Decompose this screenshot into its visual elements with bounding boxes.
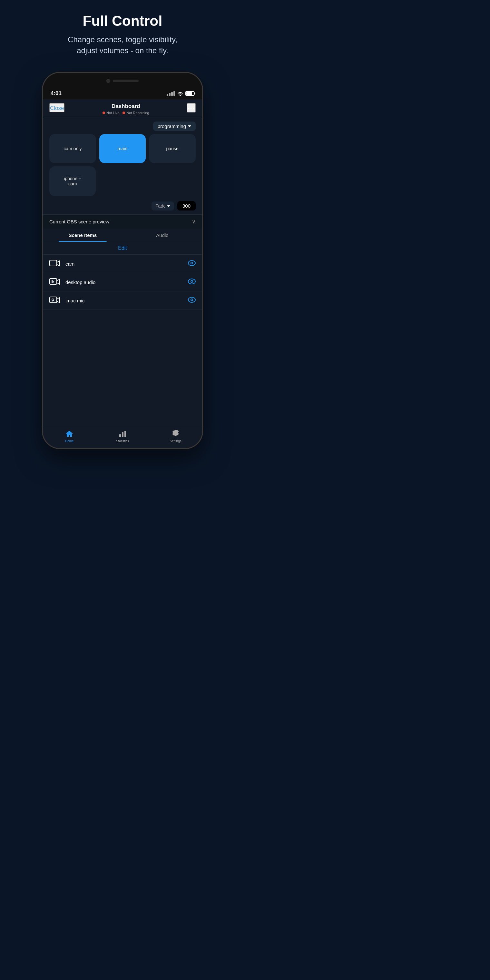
svg-rect-17 xyxy=(119,434,121,437)
edit-row: Edit xyxy=(43,242,202,255)
profile-name: programming xyxy=(158,124,186,129)
tab-audio[interactable]: Audio xyxy=(123,229,202,242)
close-button[interactable]: Close xyxy=(49,103,64,112)
speaker xyxy=(113,80,138,82)
svg-point-3 xyxy=(191,262,192,264)
gear-icon xyxy=(172,430,180,438)
scene-grid-row2: iphone +cam xyxy=(43,166,202,199)
transition-type: Fade xyxy=(155,204,166,208)
status-icons xyxy=(167,91,194,96)
cam-visibility-toggle[interactable] xyxy=(188,260,196,267)
home-icon xyxy=(65,430,73,438)
page-header: Full Control Change scenes, toggle visib… xyxy=(0,0,245,65)
side-button xyxy=(202,157,203,176)
scene-item-imac-mic: imac mic xyxy=(43,291,202,310)
svg-rect-11 xyxy=(49,297,57,303)
preview-section[interactable]: Current OBS scene preview ∨ xyxy=(43,215,202,229)
svg-rect-0 xyxy=(49,260,57,266)
wifi-icon xyxy=(177,91,183,96)
not-recording-status: Not Recording xyxy=(123,111,149,115)
edit-button[interactable]: Edit xyxy=(118,245,127,251)
bottom-tab-bar: Home Statistics Settings xyxy=(43,427,202,448)
statistics-tab-label: Statistics xyxy=(116,439,129,443)
status-time: 4:01 xyxy=(51,90,62,97)
scene-btn-cam-only[interactable]: cam only xyxy=(49,134,96,163)
app-content: Close Dashboard Not Live Not Recording xyxy=(43,99,202,436)
status-bar: 4:01 xyxy=(43,89,202,99)
tabs-row: Scene Items Audio xyxy=(43,229,202,242)
more-button[interactable]: ··· xyxy=(187,103,196,113)
home-tab-label: Home xyxy=(65,439,74,443)
svg-rect-18 xyxy=(122,432,124,437)
phone-frame: 4:01 Close Dashboard xyxy=(42,72,203,449)
bottom-tab-settings[interactable]: Settings xyxy=(149,430,202,443)
not-recording-label: Not Recording xyxy=(126,111,149,115)
svg-point-12 xyxy=(52,299,54,301)
page-title: Full Control xyxy=(19,13,226,29)
battery-icon xyxy=(185,91,194,96)
svg-point-10 xyxy=(191,281,192,282)
preview-label: Current OBS scene preview xyxy=(49,219,109,224)
scene-grid-row1: cam only main pause xyxy=(43,134,202,166)
not-live-label: Not Live xyxy=(107,111,119,115)
settings-tab-label: Settings xyxy=(170,439,181,443)
phone-notch xyxy=(43,73,202,89)
transition-dropdown[interactable]: Fade xyxy=(151,202,174,210)
scene-item-cam: cam xyxy=(43,255,202,273)
bottom-tab-home[interactable]: Home xyxy=(43,430,96,443)
not-recording-dot xyxy=(123,111,125,114)
desktop-audio-visibility-toggle[interactable] xyxy=(188,278,196,286)
bottom-tab-statistics[interactable]: Statistics xyxy=(96,430,149,443)
profile-dropdown[interactable]: programming xyxy=(153,121,196,131)
scene-item-desktop-audio: desktop audio xyxy=(43,273,202,291)
imac-mic-visibility-toggle[interactable] xyxy=(188,297,196,304)
transition-arrow-icon xyxy=(167,205,170,207)
not-live-dot xyxy=(102,111,105,114)
page-container: Full Control Change scenes, toggle visib… xyxy=(0,0,245,449)
transition-bar: Fade 300 xyxy=(43,199,202,215)
scene-btn-main[interactable]: main xyxy=(99,134,146,163)
scene-items-list: cam xyxy=(43,255,202,310)
nav-center: Dashboard Not Live Not Recording xyxy=(102,103,149,115)
dropdown-arrow-icon xyxy=(188,126,191,127)
desktop-audio-label: desktop audio xyxy=(65,280,188,285)
not-live-status: Not Live xyxy=(102,111,119,115)
chevron-down-icon: ∨ xyxy=(192,219,196,225)
chart-icon xyxy=(118,430,127,438)
svg-rect-19 xyxy=(124,431,126,437)
nav-status: Not Live Not Recording xyxy=(102,111,149,115)
cam-icon xyxy=(49,259,61,268)
page-subtitle: Change scenes, toggle visibility,adjust … xyxy=(19,34,226,56)
desktop-audio-icon xyxy=(49,278,61,286)
tab-scene-items[interactable]: Scene Items xyxy=(43,229,123,242)
cam-label: cam xyxy=(65,261,188,267)
front-camera xyxy=(107,79,110,83)
svg-point-16 xyxy=(191,299,192,301)
nav-header: Close Dashboard Not Live Not Recording xyxy=(43,99,202,118)
nav-title: Dashboard xyxy=(102,103,149,110)
scene-btn-pause[interactable]: pause xyxy=(149,134,196,163)
imac-mic-icon xyxy=(49,296,61,305)
imac-mic-label: imac mic xyxy=(65,298,188,303)
transition-value: 300 xyxy=(177,201,196,210)
scene-btn-iphone-cam[interactable]: iphone +cam xyxy=(49,166,96,196)
scene-selector: programming xyxy=(43,118,202,134)
signal-icon xyxy=(167,91,175,96)
